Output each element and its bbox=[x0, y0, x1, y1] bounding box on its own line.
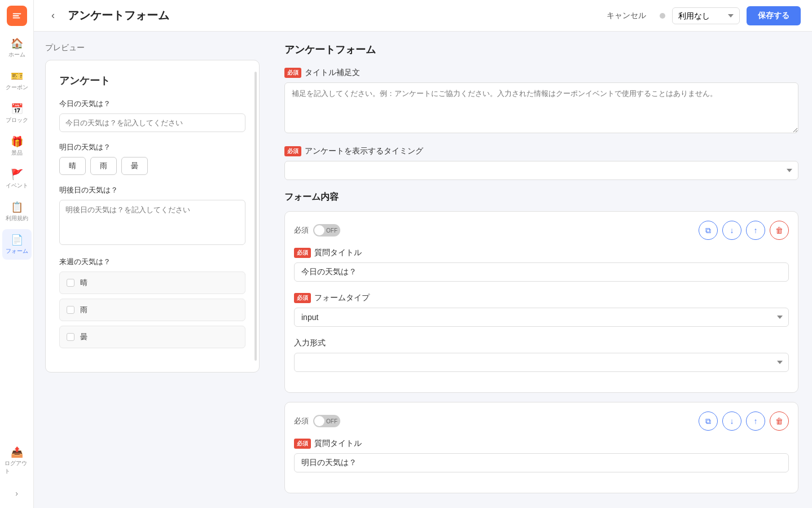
timing-label: アンケートを表示するタイミング bbox=[305, 146, 423, 156]
preview-panel: プレビュー アンケート 今日の天気は？ 明日の天気は？ 晴 雨 曇 bbox=[34, 32, 271, 508]
sidebar-item-form[interactable]: 📄 フォーム bbox=[2, 229, 32, 260]
question-card-2: 必須 OFF ⧉ ↓ ↑ 🗑 必須 bbox=[284, 402, 798, 493]
back-button[interactable]: ‹ bbox=[45, 8, 61, 24]
main-container: ‹ アンケートフォーム キャンセル 利用なし 利用あり 保存する プレビュー ア… bbox=[34, 0, 812, 508]
form-icon: 📄 bbox=[11, 234, 23, 246]
preview-card: アンケート 今日の天気は？ 明日の天気は？ 晴 雨 曇 bbox=[45, 60, 260, 373]
checkbox-item-3[interactable]: 曇 bbox=[59, 326, 245, 348]
move-up-button-2[interactable]: ↑ bbox=[746, 411, 765, 431]
q2-title-input[interactable] bbox=[294, 453, 789, 472]
sidebar-item-label: クーポン bbox=[6, 84, 28, 91]
question-card-1-header: 必須 OFF ⧉ ↓ ↑ 🗑 bbox=[294, 221, 789, 240]
q1-title-group: 必須 質問タイトル bbox=[294, 248, 789, 282]
timing-select[interactable] bbox=[284, 161, 798, 180]
preview-question-3: 明後日の天気は？ bbox=[59, 185, 245, 247]
sidebar-item-gift[interactable]: 🎁 景品 bbox=[2, 131, 32, 161]
preview-textarea-1[interactable] bbox=[59, 200, 245, 245]
timing-group: 必須 アンケートを表示するタイミング bbox=[284, 146, 798, 180]
question-card-1: 必須 OFF ⧉ ↓ ↑ 🗑 必須 bbox=[284, 211, 798, 393]
checkbox-1[interactable] bbox=[67, 279, 74, 287]
checkbox-3[interactable] bbox=[67, 333, 74, 341]
checkbox-label-3: 曇 bbox=[80, 332, 87, 342]
q2-title-label: 質問タイトル bbox=[314, 439, 362, 449]
cancel-button[interactable]: キャンセル bbox=[600, 7, 653, 24]
move-down-button-1[interactable]: ↓ bbox=[722, 221, 741, 240]
sidebar-item-event[interactable]: 🚩 イベント bbox=[2, 164, 32, 194]
sidebar: 🏠 ホーム 🎫 クーポン 📅 ブロック 🎁 景品 🚩 イベント 📋 利用規約 📄… bbox=[0, 0, 34, 508]
required-badge-q2: 必須 bbox=[294, 439, 311, 449]
preview-radio-group: 晴 雨 曇 bbox=[59, 157, 245, 175]
checkbox-item-1[interactable]: 晴 bbox=[59, 271, 245, 294]
checkbox-label-2: 雨 bbox=[80, 305, 87, 315]
sidebar-item-terms[interactable]: 📋 利用規約 bbox=[2, 196, 32, 227]
required-toggle-2: 必須 OFF bbox=[294, 415, 340, 427]
toggle-label-1: OFF bbox=[326, 227, 337, 234]
app-logo[interactable] bbox=[7, 6, 27, 26]
q1-title-input[interactable] bbox=[294, 262, 789, 282]
radio-option-kumori[interactable]: 曇 bbox=[121, 157, 148, 175]
delete-button-2[interactable]: 🗑 bbox=[770, 411, 789, 431]
preview-q-label: 明日の天気は？ bbox=[59, 142, 245, 152]
checkbox-item-2[interactable]: 雨 bbox=[59, 299, 245, 321]
title-supplement-label-wrap: 必須 タイトル補足文 bbox=[284, 68, 798, 78]
sidebar-item-label: フォーム bbox=[6, 247, 28, 255]
header: ‹ アンケートフォーム キャンセル 利用なし 利用あり 保存する bbox=[34, 0, 812, 32]
sidebar-item-block[interactable]: 📅 ブロック bbox=[2, 98, 32, 129]
title-supplement-textarea[interactable] bbox=[284, 82, 798, 133]
preview-panel-title: プレビュー bbox=[45, 43, 260, 53]
sidebar-item-label: 利用規約 bbox=[6, 214, 28, 222]
q1-title-label: 質問タイトル bbox=[314, 248, 362, 258]
toggle-knob-2 bbox=[314, 416, 324, 426]
preview-scrollbar bbox=[254, 72, 257, 361]
logout-icon: 📤 bbox=[11, 446, 23, 458]
preview-q-label: 来週の天気は？ bbox=[59, 257, 245, 267]
checkbox-2[interactable] bbox=[67, 306, 74, 314]
home-icon: 🏠 bbox=[11, 37, 23, 50]
move-up-button-1[interactable]: ↑ bbox=[746, 221, 765, 240]
question-card-2-header: 必須 OFF ⧉ ↓ ↑ 🗑 bbox=[294, 411, 789, 431]
delete-button-1[interactable]: 🗑 bbox=[770, 221, 789, 240]
required-badge-timing: 必須 bbox=[284, 146, 301, 156]
q1-type-group: 必須 フォームタイプ input radio checkbox textarea bbox=[294, 293, 789, 327]
page-title: アンケートフォーム bbox=[68, 8, 593, 23]
form-panel-title: アンケートフォーム bbox=[284, 43, 798, 56]
q1-format-label-wrap: 入力形式 bbox=[294, 338, 789, 348]
preview-q-label: 明後日の天気は？ bbox=[59, 185, 245, 195]
card-actions-1: ⧉ ↓ ↑ 🗑 bbox=[699, 221, 789, 240]
save-button[interactable]: 保存する bbox=[747, 6, 801, 25]
q1-title-label-wrap: 必須 質問タイトル bbox=[294, 248, 789, 258]
radio-option-ame[interactable]: 雨 bbox=[90, 157, 117, 175]
sidebar-item-label: 景品 bbox=[11, 149, 23, 157]
preview-question-4: 来週の天気は？ 晴 雨 曇 bbox=[59, 257, 245, 348]
required-badge-q1: 必須 bbox=[294, 248, 311, 258]
toggle-knob-1 bbox=[314, 225, 324, 235]
sidebar-item-coupon[interactable]: 🎫 クーポン bbox=[2, 65, 32, 96]
q1-format-group: 入力形式 bbox=[294, 338, 789, 372]
sidebar-item-logout[interactable]: 📤 ログアウト bbox=[2, 441, 32, 480]
event-icon: 🚩 bbox=[11, 168, 23, 181]
content: プレビュー アンケート 今日の天気は？ 明日の天気は？ 晴 雨 曇 bbox=[34, 32, 812, 508]
coupon-icon: 🎫 bbox=[11, 70, 23, 82]
copy-button-2[interactable]: ⧉ bbox=[699, 411, 718, 431]
block-icon: 📅 bbox=[11, 103, 23, 115]
toggle-1[interactable]: OFF bbox=[313, 224, 340, 237]
usage-select[interactable]: 利用なし 利用あり bbox=[672, 7, 740, 24]
sidebar-item-label: イベント bbox=[6, 182, 28, 190]
terms-icon: 📋 bbox=[11, 201, 23, 213]
toggle-label-2: OFF bbox=[326, 418, 337, 424]
q1-type-select[interactable]: input radio checkbox textarea bbox=[294, 308, 789, 327]
required-label-2: 必須 bbox=[294, 416, 309, 426]
q1-format-select[interactable] bbox=[294, 353, 789, 372]
copy-button-1[interactable]: ⧉ bbox=[699, 221, 718, 240]
q1-type-label: フォームタイプ bbox=[314, 293, 370, 303]
required-badge: 必須 bbox=[284, 68, 301, 78]
move-down-button-2[interactable]: ↓ bbox=[722, 411, 741, 431]
preview-input-1[interactable] bbox=[59, 113, 245, 132]
title-supplement-label: タイトル補足文 bbox=[305, 68, 360, 78]
form-content-title: フォーム内容 bbox=[284, 191, 798, 203]
toggle-2[interactable]: OFF bbox=[313, 415, 340, 427]
required-label-1: 必須 bbox=[294, 225, 309, 235]
radio-option-hare[interactable]: 晴 bbox=[59, 157, 86, 175]
sidebar-expand-button[interactable]: › bbox=[2, 484, 32, 502]
sidebar-item-home[interactable]: 🏠 ホーム bbox=[2, 33, 32, 63]
